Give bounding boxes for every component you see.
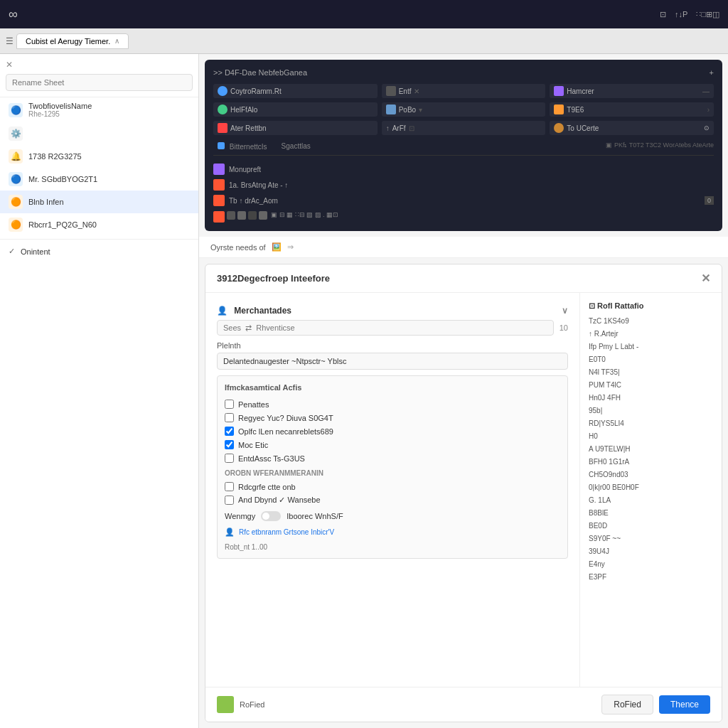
sidebar-toggle-icon[interactable]: ☰ — [6, 36, 14, 46]
checkbox-input-0[interactable] — [225, 400, 234, 409]
sub-checkbox-input-0[interactable] — [225, 482, 234, 491]
right-col-5: PUM T4lC — [589, 379, 713, 392]
sidebar-search-input[interactable] — [6, 74, 193, 91]
right-col-18: 39U4J — [589, 545, 713, 558]
sidebar-item-4[interactable]: 🟠 Blnb Infen — [0, 191, 198, 213]
link-row[interactable]: 👤 Rfc etbnranm Grtsone Inbicr'V — [225, 525, 560, 539]
back-icon[interactable]: ✕ — [6, 60, 13, 70]
tool-label-3: HelFfAlo — [230, 106, 257, 114]
top-right-icon1[interactable]: ⊡ — [660, 10, 666, 19]
dark-tool-3[interactable]: HelFfAlo — [213, 102, 378, 117]
checkbox-4[interactable]: EntdAssc Ts-G3US — [225, 451, 560, 465]
context-bar: Oyrste needs of 🖼️ ⇒ — [199, 237, 728, 258]
dark-panel-tabs: BitternettcIs Sgacttlas ▣ PKf₁ T0T2 T3C2… — [213, 141, 714, 156]
sub-checkbox-1[interactable]: And Dbynd ✓ Wansebe — [225, 493, 560, 507]
right-col-1: ↑ R.Artejr — [589, 328, 713, 341]
right-col-15: B8BlE — [589, 507, 713, 520]
right-col-2: Ifp Pmy L Labt - — [589, 341, 713, 353]
tab-bar: ☰ Cubist el Aerugy Tiemer. ∧ — [0, 28, 728, 54]
tool-dot-6 — [218, 123, 228, 133]
dark-tool-4[interactable]: PoBo ▾ — [382, 102, 546, 117]
modal-close-button[interactable]: ✕ — [701, 272, 710, 285]
dark-tab-0[interactable]: BitternettcIs — [213, 141, 272, 152]
tool-dot-1 — [386, 86, 396, 96]
sidebar-item-0[interactable]: 🔵 TwobfiovelisName Rhe-1295 — [0, 97, 198, 122]
main-layout: ✕ 🔵 TwobfiovelisName Rhe-1295 ⚙️ 🔔 1738 … — [0, 54, 728, 728]
sidebar-divider — [0, 239, 198, 240]
confirm-button[interactable]: Thence — [659, 695, 710, 714]
tool-label-1: Entf — [399, 87, 412, 95]
mini-icon-0 — [213, 211, 225, 223]
modal-header: 3912Degecfroep Inteefore ✕ — [205, 264, 722, 293]
dark-tool-6[interactable]: Ater Rettbn — [213, 121, 378, 135]
checkbox-input-1[interactable] — [225, 413, 234, 422]
checkbox-1[interactable]: Regyec Yuc? Diuva S0G4T — [225, 411, 560, 424]
right-col-11: BFH0 1G1rA — [589, 456, 713, 469]
right-col-title: ⊡ Rofl Rattafio — [589, 301, 713, 311]
sidebar-item-3[interactable]: 🔵 Mr. SGbdBYOG2T1 — [0, 168, 198, 191]
toggle-switch[interactable] — [261, 511, 281, 521]
dark-panel-title: >> D4F-Dae NebfebGanea — [213, 68, 307, 77]
tab-close-0[interactable]: ∧ — [114, 37, 119, 45]
dark-tool-7[interactable]: ↑ ArFf ⊡ — [382, 121, 546, 135]
dark-panel: >> D4F-Dae NebfebGanea + CoytroRamm.Rt E… — [205, 60, 722, 231]
filter-count: 10 — [560, 323, 568, 332]
right-col-19: E4ny — [589, 558, 713, 571]
tab-label-0: Cubist el Aerugy Tiemer. — [26, 37, 110, 46]
context-text: Oyrste needs of — [210, 243, 266, 252]
tool-dot-0 — [218, 86, 228, 96]
dark-tool-0[interactable]: CoytroRamm.Rt — [213, 84, 378, 98]
dark-row-1: 1a. BrsAtng Ate - ↑ — [213, 177, 714, 193]
dark-row-0: Monupreft — [213, 161, 714, 177]
dark-tool-8[interactable]: To UCerte ⊙ — [550, 121, 714, 135]
sidebar-item-5[interactable]: 🟠 Rbcrr1_PQ2G_N60 — [0, 213, 198, 236]
context-icon: 🖼️ — [272, 242, 282, 252]
section-header-merchantades[interactable]: 👤 Merchantades ∨ — [217, 301, 568, 320]
checkbox-0[interactable]: Penattes — [225, 397, 560, 411]
sidebar-section-label: Onintent — [21, 247, 50, 256]
mini-icon-2 — [237, 211, 246, 220]
top-right-icon2[interactable]: ↑↓P — [675, 10, 687, 18]
dark-right-tab[interactable]: ▣ PKf₁ T0T2 T3C2 WorAtebs AteArte — [606, 141, 714, 152]
dark-tool-5[interactable]: T9E6 › — [550, 102, 714, 117]
filter-input[interactable] — [217, 320, 554, 336]
sub-checkbox-0[interactable]: Rdcgrfe ctte onb — [225, 480, 560, 493]
right-col-8: RD|YS5LI4 — [589, 417, 713, 430]
tab-item-0[interactable]: Cubist el Aerugy Tiemer. ∧ — [16, 33, 129, 49]
dark-tool-2[interactable]: Hamcrer — — [550, 84, 714, 98]
top-right-icon3[interactable]: ∷□⊞◫ — [696, 10, 719, 19]
checkbox-input-3[interactable] — [225, 440, 234, 449]
section-title: 👤 Merchantades — [217, 306, 291, 316]
tool-dot-2 — [554, 86, 564, 96]
modal-panel: 3912Degecfroep Inteefore ✕ 👤 Merchantade… — [205, 264, 722, 722]
checkbox-3[interactable]: Moc Etic — [225, 438, 560, 451]
sidebar-item-1[interactable]: ⚙️ — [0, 122, 198, 145]
dark-panel-add[interactable]: + — [710, 68, 714, 77]
cancel-button[interactable]: RoFied — [601, 695, 653, 714]
checkbox-input-4[interactable] — [225, 454, 234, 463]
tool-label-8: To UCerte — [567, 124, 599, 132]
check-icon: ✓ — [9, 247, 15, 256]
right-col-16: BE0D — [589, 520, 713, 532]
sub-checkbox-input-1[interactable] — [225, 496, 234, 505]
right-col-17: S9Y0F ~~ — [589, 532, 713, 545]
sidebar-icon-4: 🟠 — [9, 195, 23, 209]
checkbox-label-2: Oplfc lLen necanreblets689 — [238, 427, 333, 436]
dark-small-icons: ▣ ⊟ ▦ ∷⊟ ▧ ▨ . ▦⊡ — [213, 211, 714, 223]
filter-row: 10 — [217, 320, 568, 336]
content-area: >> D4F-Dae NebfebGanea + CoytroRamm.Rt E… — [199, 54, 728, 728]
top-bar: ∞ ⊡ ↑↓P ∷□⊞◫ — [0, 0, 728, 28]
sidebar-item-2[interactable]: 🔔 1738 R2G3275 — [0, 145, 198, 168]
dark-tool-1[interactable]: Entf ✕ — [382, 84, 546, 98]
section-chevron-icon: ∨ — [562, 306, 568, 316]
sidebar-section-item[interactable]: ✓ Onintent — [0, 242, 198, 260]
sidebar: ✕ 🔵 TwobfiovelisName Rhe-1295 ⚙️ 🔔 1738 … — [0, 54, 199, 728]
checkbox-2[interactable]: Oplfc lLen necanreblets689 — [225, 424, 560, 438]
dark-tab-1[interactable]: Sgacttlas — [277, 141, 315, 152]
tool-dot-4 — [386, 105, 396, 114]
dark-row-2: Tb ↑ drAc_Aom 0 — [213, 193, 714, 208]
sidebar-search-area: ✕ — [0, 54, 198, 97]
tool-dot-5 — [554, 105, 564, 114]
checkbox-input-2[interactable] — [225, 427, 234, 436]
right-col-7: 95b| — [589, 405, 713, 417]
